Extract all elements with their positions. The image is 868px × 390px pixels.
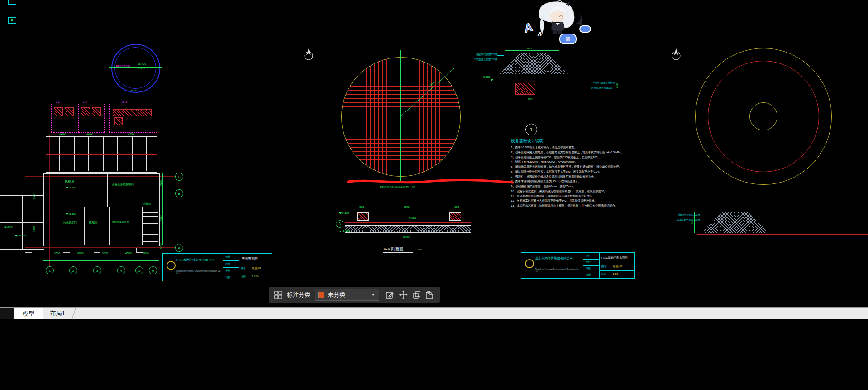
drawing-title: 平面布置图 [242,257,258,260]
tb-row-line [583,272,599,272]
detail-dim-3: 2400 [128,132,134,135]
dim-text: 4590 [403,205,410,209]
tb-divider [599,253,600,278]
note-line: 10、设备安装就位后，采用高强无收缩灌浆料进行二次灌浆，灌浆层厚度50。 [511,189,634,193]
note-line: 13、本说明未尽事宜，按国家现行有关规范、规程执行，并与相关专业图纸密切配合。 [511,204,634,207]
detail-footing [81,107,90,116]
notes-block: 1、图中±0.000相当于绝对标高，详见总平面布置图。 2、设备基础采用天然地基… [511,145,634,207]
elev-text-2: 0.300 [69,212,76,216]
stair-tread [143,220,158,220]
stair-tread [143,234,158,235]
section-scale: 1:50 [416,248,422,251]
tb-row-line [239,273,272,273]
tb-no-value: 结施-01 [252,266,261,270]
tab-model[interactable]: 模型 [14,308,43,320]
tank-elev-1: 15.700 [138,62,146,66]
stair-tread [143,216,158,217]
wall [132,137,133,171]
dim-line [694,212,695,233]
leader-text: 级配碎石垫层300厚 [461,53,497,56]
north-arrow-icon [303,48,315,61]
company-name: 山东永为环保集团有限公司 [535,256,581,260]
company-name: 山东永为环保集团有限公司 [176,258,222,262]
wall [117,137,118,171]
axis-bubble-1: 1 [46,266,54,274]
pedestal [357,212,369,221]
detail-dim-2: 1200 [86,132,93,135]
tb-scale-label: 比例 [241,275,246,278]
leader-line [497,60,504,60]
tb-scale-value: 1:100 [252,274,258,278]
dim-text: 3000 [143,251,149,255]
note-line: 7、预埋件、地脚螺栓的规格及位置应以设备厂家最终确认资料为准。 [511,175,634,178]
section-label: A-A 剖面图 [383,246,403,252]
dim-text: 600 [359,205,364,209]
notes-title: 设备基础设计说明 [511,138,544,144]
elev-mark [339,231,342,232]
tb-row-line [223,260,239,261]
paste-button[interactable] [424,289,435,301]
empty-area [0,319,868,390]
mound-hatch [701,212,769,233]
small-cloud [579,25,591,33]
leader-text: C20细石混凝土保护层 [591,81,634,84]
beam-line [697,237,868,237]
offscreen-sheet-mark [8,17,16,24]
company-name-en: Shandong Yongwei Environmental Protectio… [535,268,581,273]
detail-footing [65,107,74,116]
copy-button[interactable] [411,289,423,301]
category-dropdown[interactable]: 未分类 [315,289,379,301]
wall [146,137,147,171]
room-label-fan: 风机房 [65,180,74,183]
tab-layout1[interactable]: 布局1 [43,308,72,319]
section-axis-bubble: A [336,220,343,228]
character-tail [576,14,583,25]
pedestal-hatch [450,213,461,220]
sheet-left-frame: PEIC浮选机 15.700 8.000 8000 J-1 J-2 JL-1 1… [0,31,272,282]
note-line: 5、基础施工前应先进行验槽，如与地质资料不符，应及时通知勘察、设计单位协商处理。 [511,165,634,169]
axis-bubble-4: 4 [117,266,125,274]
move-button[interactable] [397,289,409,301]
footing-symbol [63,248,70,253]
section-label-underline [383,252,413,253]
wall [103,137,104,171]
dim-text: 5400 [33,226,36,232]
room-label-stair: 楼梯间 [143,202,151,206]
centerline-v [763,41,763,191]
dim-line [43,255,159,255]
stair-tread [143,223,158,224]
category-color-swatch [318,292,324,298]
footing-hatch [345,226,471,232]
room-label-sump: 集水池 [4,225,13,229]
dim-text: 6000 [54,251,60,255]
pedestal [449,212,461,221]
note-line: 11、基础周边回填应在混凝土强度达到设计强度的70%后方可进行。 [511,194,634,198]
tb-field: 设计 [586,254,591,257]
layout-tab-bar: 模型 布局1 [0,307,868,320]
note-line: 9、基础钢筋保护层厚度：底面40mm，侧面25mm。 [511,184,634,188]
beam-line-red [697,234,868,235]
axis-bubble-A: A [175,244,183,252]
artist-badge-cloud: 简 [559,34,577,44]
tank-centerline-v [135,42,135,94]
artist-mark-dots: ∴ [538,31,541,37]
dim-line [43,260,159,261]
dim-line [505,50,559,51]
tb-field: 设计 [225,255,230,259]
tb-field: 校对 [586,260,591,264]
character-blush [561,18,563,20]
detail-footing [54,107,63,116]
tb-field: 审核 [225,269,230,272]
room-label-sludge: 污泥脱水间 [63,221,77,224]
wall [59,137,60,171]
company-logo [525,259,534,268]
elev-text: 0.300 [342,211,349,215]
edit-annotation-button[interactable] [384,289,396,301]
category-grid-icon[interactable] [272,289,284,301]
elev-text: -0.050 [482,75,491,79]
stair-tread [143,231,158,231]
leader-text: 防水卷材泛水250高 [591,87,634,90]
dim-text: 600 [615,83,619,88]
drawing-canvas[interactable]: PEIC浮选机 15.700 8.000 8000 J-1 J-2 JL-1 1… [0,0,868,307]
chevron-down-icon [372,294,375,296]
